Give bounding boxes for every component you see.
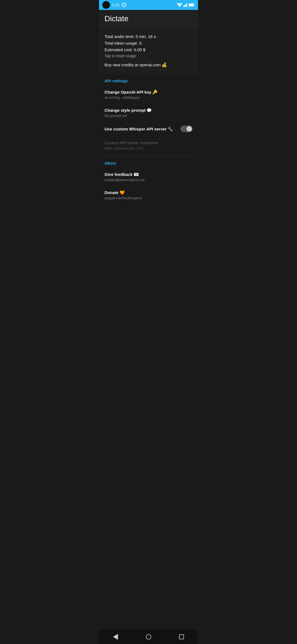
custom-whisper-toggle-container[interactable]: [180, 125, 193, 132]
svg-rect-6: [186, 3, 187, 7]
api-settings-header: API settings: [99, 74, 198, 85]
donate-item[interactable]: Donate 🧡 paypal.me/DevEmperor: [99, 186, 198, 204]
svg-rect-9: [189, 4, 193, 6]
change-style-prompt-item[interactable]: Change style prompt 💬 No prompt set: [99, 103, 198, 122]
svg-rect-4: [184, 5, 185, 7]
main-content: Total audio time: 0 min, 16 s. Total tok…: [99, 28, 198, 220]
toggle-knob: [186, 126, 192, 132]
change-api-key-label: Change OpenAI API key 🔑: [105, 89, 193, 95]
change-api-key-value: sk-mV3Aj...oON0ayss: [105, 95, 193, 100]
change-api-key-item[interactable]: Change OpenAI API key 🔑 sk-mV3Aj...oON0a…: [99, 85, 198, 103]
custom-hostname-item: Custom API server hostname https://api.e…: [99, 136, 198, 154]
give-feedback-item[interactable]: Give feedback 💌 contact@devemperor.net: [99, 168, 198, 186]
custom-hostname-content: Custom API server hostname https://api.e…: [105, 140, 193, 150]
signal-icon: [183, 3, 188, 7]
app-title: Dictate: [105, 14, 128, 23]
wifi-icon: [177, 3, 182, 7]
svg-rect-3: [183, 6, 184, 7]
donate-label: Donate 🧡: [105, 190, 193, 195]
divider-api: [99, 155, 198, 155]
give-feedback-content: Give feedback 💌 contact@devemperor.net: [105, 171, 193, 182]
total-audio-time: Total audio time: 0 min, 16 s.: [105, 33, 193, 40]
app-bar: Dictate: [99, 10, 198, 28]
status-time: 2:31: [112, 3, 120, 7]
give-feedback-email: contact@devemperor.net: [105, 178, 193, 182]
status-left: 2:31: [102, 1, 126, 9]
donate-link: paypal.me/DevEmperor: [105, 196, 193, 200]
battery-icon: [189, 3, 195, 7]
change-style-prompt-content: Change style prompt 💬 No prompt set: [105, 107, 193, 118]
give-feedback-label: Give feedback 💌: [105, 171, 193, 177]
estimated-cost: Estimated cost: 0.00 $: [105, 47, 193, 53]
about-header: About: [99, 157, 198, 168]
change-style-prompt-label: Change style prompt 💬: [105, 107, 193, 113]
donate-content: Donate 🧡 paypal.me/DevEmperor: [105, 190, 193, 200]
divider-usage: [99, 73, 198, 73]
svg-rect-8: [194, 4, 194, 6]
custom-whisper-label: Use custom Whisper API server 🔧: [105, 126, 177, 132]
status-indicator-icon: [122, 3, 126, 7]
usage-section[interactable]: Total audio time: 0 min, 16 s. Total tok…: [99, 28, 198, 72]
custom-hostname-value: https://api.example.com/: [105, 146, 193, 150]
camera-cutout: [102, 1, 110, 9]
total-token-usage: Total token usage: 0.: [105, 40, 193, 47]
status-bar: 2:31: [99, 0, 198, 10]
custom-whisper-content: Use custom Whisper API server 🔧: [105, 126, 177, 132]
tap-to-reset: Tap to reset usage: [105, 54, 193, 58]
custom-whisper-item[interactable]: Use custom Whisper API server 🔧: [99, 122, 198, 136]
change-api-key-content: Change OpenAI API key 🔑 sk-mV3Aj...oON0a…: [105, 89, 193, 100]
status-right: [177, 3, 195, 7]
buy-credits[interactable]: Buy new credits at openai.com 💰: [105, 62, 193, 67]
custom-whisper-toggle[interactable]: [180, 125, 193, 132]
change-style-prompt-value: No prompt set: [105, 114, 193, 118]
svg-rect-5: [185, 4, 186, 7]
custom-hostname-label: Custom API server hostname: [105, 140, 193, 146]
